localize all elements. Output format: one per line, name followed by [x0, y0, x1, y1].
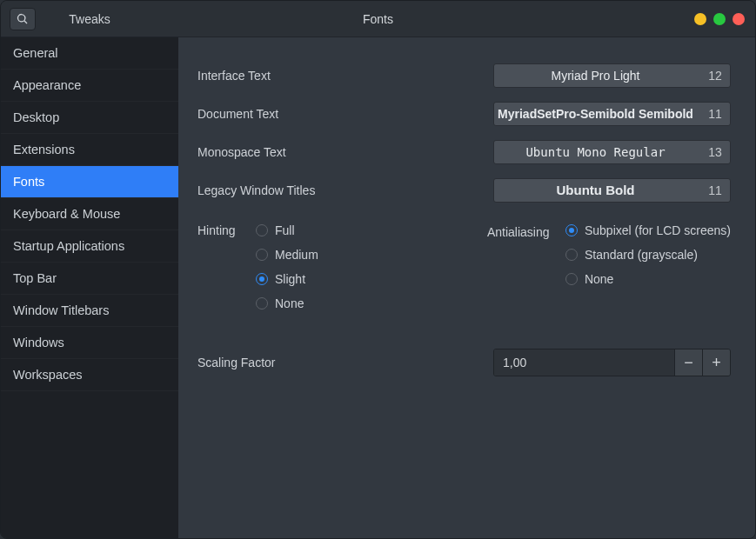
- sidebar-item-workspaces[interactable]: Workspaces: [1, 359, 178, 391]
- radio-icon: [565, 273, 578, 285]
- radio-label: None: [275, 296, 304, 310]
- sidebar-item-keyboard-mouse[interactable]: Keyboard & Mouse: [1, 198, 178, 230]
- hinting-medium[interactable]: Medium: [256, 248, 318, 262]
- radio-icon: [256, 273, 268, 285]
- minimize-button[interactable]: [694, 13, 706, 25]
- radio-icon: [565, 224, 578, 236]
- monospace-text-font-button[interactable]: Ubuntu Mono Regular 13: [493, 140, 731, 164]
- hinting-options: Full Medium Slight None: [256, 223, 318, 310]
- font-size: 13: [700, 145, 730, 159]
- interface-text-label: Interface Text: [197, 69, 328, 83]
- font-size: 11: [700, 183, 730, 197]
- interface-text-row: Interface Text Myriad Pro Light 12: [197, 62, 731, 90]
- window-body: General Appearance Desktop Extensions Fo…: [1, 37, 755, 538]
- sidebar-item-top-bar[interactable]: Top Bar: [1, 263, 178, 295]
- antialiasing-subpixel[interactable]: Subpixel (for LCD screens): [565, 223, 731, 237]
- window-controls: [694, 13, 745, 25]
- antialiasing-label: Antialiasing: [487, 223, 565, 310]
- legacy-window-titles-row: Legacy Window Titles Ubuntu Bold 11: [197, 176, 731, 204]
- scaling-factor-spinbox[interactable]: 1,00 − +: [493, 349, 731, 376]
- font-name: Ubuntu Mono Regular: [494, 140, 697, 164]
- hinting-full[interactable]: Full: [256, 223, 318, 237]
- radio-icon: [256, 224, 268, 236]
- sidebar-item-startup-applications[interactable]: Startup Applications: [1, 230, 178, 263]
- antialiasing-none[interactable]: None: [565, 272, 731, 286]
- radio-label: Subpixel (for LCD screens): [585, 223, 731, 237]
- sidebar-item-windows[interactable]: Windows: [1, 327, 178, 359]
- antialiasing-standard[interactable]: Standard (grayscale): [565, 248, 731, 262]
- sidebar-item-appearance[interactable]: Appearance: [1, 70, 178, 102]
- main-panel: Interface Text Myriad Pro Light 12 Docum…: [178, 37, 755, 538]
- hinting-label: Hinting: [197, 223, 256, 310]
- sidebar-item-window-titlebars[interactable]: Window Titlebars: [1, 295, 178, 327]
- headerbar: Tweaks Fonts: [1, 1, 755, 37]
- sidebar-item-desktop[interactable]: Desktop: [1, 102, 178, 134]
- hinting-slight[interactable]: Slight: [256, 272, 318, 286]
- hinting-antialiasing-block: Hinting Full Medium Slight: [197, 223, 731, 310]
- scaling-decrement-button[interactable]: −: [674, 349, 702, 376]
- radio-icon: [565, 249, 578, 261]
- scaling-factor-row: Scaling Factor 1,00 − +: [197, 349, 731, 376]
- legacy-window-titles-font-button[interactable]: Ubuntu Bold 11: [493, 178, 731, 203]
- document-text-row: Document Text MyriadSetPro-Semibold Semi…: [197, 100, 731, 128]
- antialiasing-options: Subpixel (for LCD screens) Standard (gra…: [565, 223, 731, 310]
- sidebar-item-extensions[interactable]: Extensions: [1, 134, 178, 166]
- page-title: Fonts: [363, 1, 393, 37]
- sidebar-item-fonts[interactable]: Fonts: [1, 166, 178, 198]
- font-name: Ubuntu Bold: [494, 178, 697, 203]
- tweaks-window: Tweaks Fonts General Appearance Desktop …: [0, 0, 756, 539]
- sidebar-item-general[interactable]: General: [1, 37, 178, 70]
- radio-label: Standard (grayscale): [585, 248, 698, 262]
- spacer: [318, 223, 487, 310]
- font-name: Myriad Pro Light: [494, 63, 697, 88]
- font-size: 11: [700, 107, 730, 121]
- legacy-window-titles-label: Legacy Window Titles: [197, 183, 328, 197]
- font-size: 12: [700, 69, 730, 83]
- document-text-label: Document Text: [197, 107, 328, 121]
- hinting-none[interactable]: None: [256, 296, 318, 310]
- radio-label: Full: [275, 223, 295, 237]
- radio-icon: [256, 249, 268, 261]
- interface-text-font-button[interactable]: Myriad Pro Light 12: [493, 63, 731, 88]
- maximize-button[interactable]: [713, 13, 726, 25]
- radio-icon: [256, 297, 268, 309]
- scaling-increment-button[interactable]: +: [702, 349, 730, 376]
- scaling-factor-label: Scaling Factor: [197, 356, 328, 369]
- radio-label: Medium: [275, 248, 318, 262]
- font-name: MyriadSetPro-Semibold Semibold: [494, 102, 697, 126]
- radio-label: None: [585, 272, 613, 286]
- document-text-font-button[interactable]: MyriadSetPro-Semibold Semibold 11: [493, 102, 731, 126]
- scaling-factor-input[interactable]: 1,00: [494, 349, 674, 376]
- close-button[interactable]: [733, 13, 745, 25]
- sidebar: General Appearance Desktop Extensions Fo…: [1, 37, 178, 538]
- monospace-text-row: Monospace Text Ubuntu Mono Regular 13: [197, 138, 731, 166]
- app-title: Tweaks: [1, 1, 178, 37]
- monospace-text-label: Monospace Text: [197, 145, 328, 159]
- radio-label: Slight: [275, 272, 305, 286]
